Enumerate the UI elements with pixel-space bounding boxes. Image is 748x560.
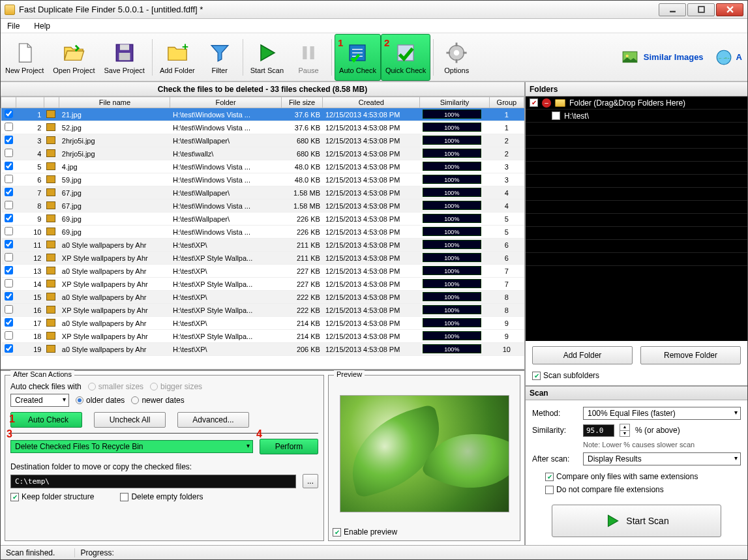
- row-check[interactable]: [5, 214, 13, 222]
- col-num[interactable]: [16, 97, 44, 108]
- options-button[interactable]: Options: [436, 34, 477, 81]
- table-row[interactable]: 16XP Style wallpapers by AhrH:\test\XP S…: [1, 304, 524, 317]
- row-check[interactable]: [5, 344, 13, 353]
- radio-newer[interactable]: newer dates: [131, 396, 184, 405]
- table-row[interactable]: 12XP Style wallpapers by AhrH:\test\XP S…: [1, 252, 524, 265]
- titlebar[interactable]: Fast Duplicate File Finder 5.0.0.1 - [un…: [1, 1, 747, 19]
- auto-check-button[interactable]: 1 Auto Check: [335, 34, 381, 81]
- folder-chk-icon[interactable]: [552, 111, 560, 120]
- table-row[interactable]: 969.jpgH:\test\Wallpaper\226 KB12/15/201…: [1, 213, 524, 226]
- table-row[interactable]: 11a0 Style wallpapers by AhrH:\test\XP\2…: [1, 239, 524, 252]
- col-group[interactable]: Group: [489, 97, 524, 108]
- dest-field[interactable]: C:\temp\: [10, 475, 296, 488]
- table-row[interactable]: 867.jpgH:\test\Windows Vista ...1.58 MB1…: [1, 199, 524, 213]
- spinner[interactable]: ▲ ▼: [620, 424, 630, 437]
- chk-keep-structure[interactable]: ✔Keep folder structure: [10, 492, 94, 501]
- radio-older[interactable]: older dates: [76, 396, 125, 405]
- cell-folder: H:\test\Windows Vista ...: [170, 160, 281, 173]
- col-created[interactable]: Created: [323, 97, 420, 108]
- table-row[interactable]: 252.jpgH:\test\Windows Vista ...37.6 KB1…: [1, 121, 524, 134]
- start-scan-big-button[interactable]: Start Scan: [552, 505, 721, 537]
- chk-delete-empty[interactable]: Delete empty folders: [120, 492, 203, 501]
- advanced-btn[interactable]: Advanced...: [177, 412, 249, 428]
- row-num: 16: [16, 304, 44, 317]
- table-row[interactable]: 15a0 Style wallpapers by AhrH:\test\XP\2…: [1, 291, 524, 304]
- table-row[interactable]: 17a0 Style wallpapers by AhrH:\test\XP\2…: [1, 317, 524, 330]
- row-check[interactable]: [5, 253, 13, 261]
- folder-root[interactable]: – Folder (Drag&Drop Folders Here): [526, 96, 747, 110]
- add-folder-btn[interactable]: Add Folder: [532, 346, 633, 364]
- menu-file[interactable]: File: [5, 20, 22, 32]
- table-row[interactable]: 54.jpgH:\test\Windows Vista ...48.0 KB12…: [1, 160, 524, 173]
- uncheckall-btn[interactable]: Uncheck All: [94, 412, 166, 428]
- folders-tree[interactable]: – Folder (Drag&Drop Folders Here) H:\tes…: [526, 96, 747, 341]
- cell-group: 5: [489, 226, 524, 239]
- col-filesize[interactable]: File size: [281, 97, 323, 108]
- close-button[interactable]: [716, 3, 743, 16]
- chk-scan-sub[interactable]: ✔Scan subfolders: [532, 371, 741, 380]
- row-check[interactable]: [5, 175, 13, 183]
- table-row[interactable]: 42hrjo5i.jpgH:\test\wallz\680 KB12/15/20…: [1, 147, 524, 160]
- row-check[interactable]: [5, 162, 13, 170]
- row-check[interactable]: [5, 318, 13, 327]
- table-row[interactable]: 659.jpgH:\test\Windows Vista ...48.0 KB1…: [1, 173, 524, 186]
- row-check[interactable]: [5, 227, 13, 235]
- table-row[interactable]: 19a0 Style wallpapers by AhrH:\test\XP\2…: [1, 343, 524, 356]
- cell-filename: 52.jpg: [59, 121, 170, 134]
- row-check[interactable]: [5, 149, 13, 157]
- radio-smaller[interactable]: smaller sizes: [88, 382, 143, 391]
- browse-btn[interactable]: ...: [303, 474, 318, 488]
- start-scan-button[interactable]: Start Scan: [246, 34, 288, 81]
- table-row[interactable]: 32hrjo5i.jpgH:\test\Wallpaper\680 KB12/1…: [1, 134, 524, 147]
- cell-size: 222 KB: [281, 291, 323, 304]
- table-row[interactable]: 13a0 Style wallpapers by AhrH:\test\XP\2…: [1, 265, 524, 278]
- radio-bigger[interactable]: bigger sizes: [150, 382, 202, 391]
- afterscan-dropdown[interactable]: Display Results: [583, 452, 741, 465]
- col-similarity[interactable]: Similarity: [420, 97, 489, 108]
- col-folder[interactable]: Folder: [170, 97, 281, 108]
- row-check[interactable]: [5, 305, 13, 314]
- col-filename[interactable]: File name: [59, 97, 170, 108]
- chk-no-ext[interactable]: Do not compare file extensions: [545, 485, 741, 494]
- row-check[interactable]: [5, 123, 13, 131]
- perform-btn[interactable]: Perform: [260, 439, 318, 454]
- row-check[interactable]: [5, 136, 13, 144]
- chk-same-ext[interactable]: ✔Compare only files with same extensions: [545, 472, 741, 481]
- filter-button[interactable]: Filter: [200, 34, 240, 81]
- row-check[interactable]: [5, 266, 13, 274]
- col-check[interactable]: [1, 97, 16, 108]
- menu-help[interactable]: Help: [31, 20, 53, 32]
- row-check[interactable]: [5, 188, 13, 196]
- quick-check-button[interactable]: 2 Quick Check: [381, 34, 430, 81]
- minimize-button[interactable]: [659, 3, 686, 16]
- new-project-button[interactable]: New Project: [1, 34, 48, 81]
- remove-folder-btn[interactable]: Remove Folder: [640, 346, 741, 364]
- action-dropdown[interactable]: Delete Checked Files To Recycle Bin: [10, 440, 253, 453]
- cell-sim: 100%: [420, 343, 489, 356]
- folder-item[interactable]: H:\test\: [526, 110, 747, 123]
- table-row[interactable]: 1069.jpgH:\test\Windows Vista ...226 KB1…: [1, 226, 524, 239]
- table-row[interactable]: 18XP Style wallpapers by AhrH:\test\XP S…: [1, 330, 524, 343]
- maximize-button[interactable]: [687, 3, 715, 16]
- autocheck-btn[interactable]: Auto Check: [10, 412, 82, 428]
- save-project-button[interactable]: Save Project: [100, 34, 149, 81]
- row-check[interactable]: [5, 279, 13, 287]
- open-project-button[interactable]: Open Project: [48, 34, 99, 81]
- row-check[interactable]: [5, 292, 13, 301]
- folder-chk-icon[interactable]: [530, 98, 538, 107]
- similar-images-link[interactable]: Similar Images A: [620, 49, 747, 66]
- pause-button[interactable]: Pause: [288, 34, 329, 81]
- sortby-dropdown[interactable]: Created: [10, 394, 69, 407]
- row-check[interactable]: [5, 331, 13, 340]
- results-grid[interactable]: File name Folder File size Created Simil…: [1, 96, 524, 370]
- row-check[interactable]: [5, 110, 13, 118]
- table-row[interactable]: 121.jpgH:\test\Windows Vista ...37.6 KB1…: [1, 108, 524, 121]
- table-row[interactable]: 14XP Style wallpapers by AhrH:\test\XP S…: [1, 278, 524, 291]
- similarity-input[interactable]: 95.0: [583, 424, 614, 437]
- chk-enable-preview[interactable]: ✔Enable preview: [333, 527, 516, 537]
- add-folder-button[interactable]: + Add Folder: [155, 34, 200, 81]
- method-dropdown[interactable]: 100% Equal Files (faster): [583, 407, 741, 420]
- table-row[interactable]: 767.jpgH:\test\Wallpaper\1.58 MB12/15/20…: [1, 186, 524, 199]
- row-check[interactable]: [5, 240, 13, 248]
- row-check[interactable]: [5, 201, 13, 209]
